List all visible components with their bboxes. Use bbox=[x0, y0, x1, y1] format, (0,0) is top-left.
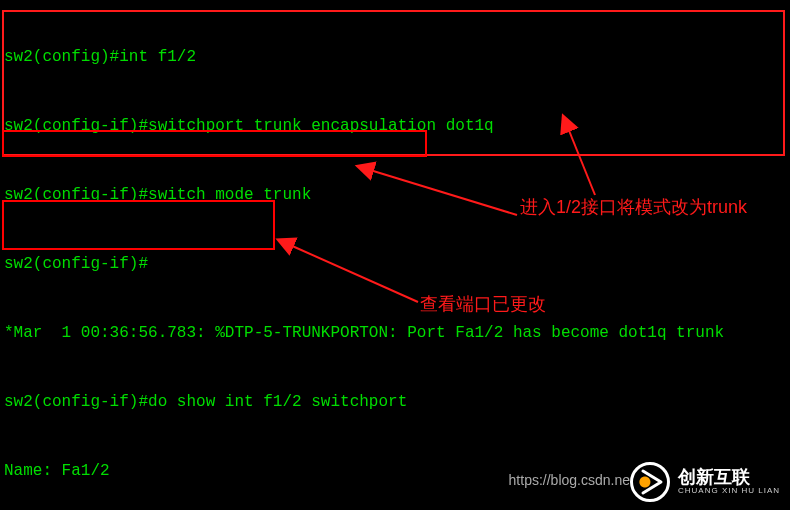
cli-line: sw2(config)#int f1/2 bbox=[4, 46, 786, 69]
cli-line: sw2(config-if)#switchport trunk encapsul… bbox=[4, 115, 786, 138]
cli-line: *Mar 1 00:36:56.783: %DTP-5-TRUNKPORTON:… bbox=[4, 322, 786, 345]
terminal-output: sw2(config)#int f1/2 sw2(config-if)#swit… bbox=[0, 0, 790, 510]
watermark-brand: 创新互联 bbox=[678, 468, 780, 487]
watermark-brand-sub: CHUANG XIN HU LIAN bbox=[678, 487, 780, 495]
watermark-url: https://blog.csdn.ne bbox=[509, 469, 630, 492]
cli-line: sw2(config-if)# bbox=[4, 253, 786, 276]
cli-line: sw2(config-if)#do show int f1/2 switchpo… bbox=[4, 391, 786, 414]
watermark-logo-icon bbox=[630, 462, 670, 502]
cli-line: sw2(config-if)#switch mode trunk bbox=[4, 184, 786, 207]
watermark-logo: 创新互联 CHUANG XIN HU LIAN bbox=[630, 462, 780, 502]
